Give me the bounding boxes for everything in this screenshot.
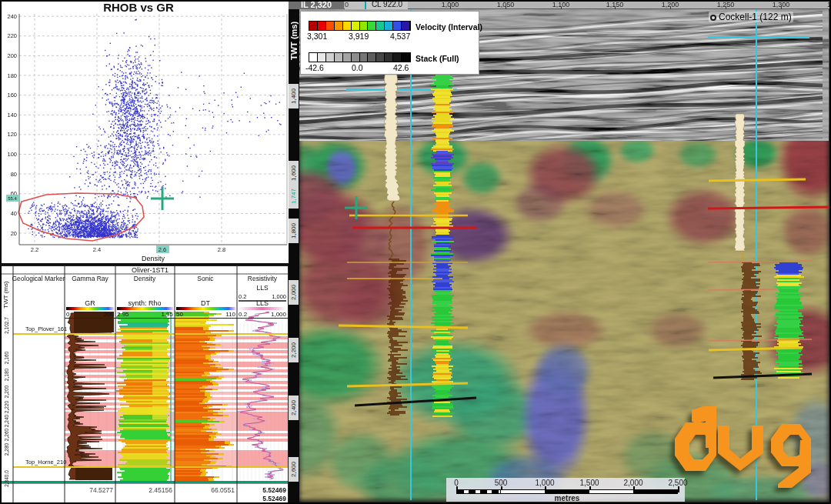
svg-text:66.0551: 66.0551 xyxy=(211,486,235,494)
svg-text:50: 50 xyxy=(176,311,183,318)
svg-text:2,240: 2,240 xyxy=(4,414,9,427)
svg-text:DT: DT xyxy=(201,299,210,307)
svg-text:GR: GR xyxy=(85,299,95,307)
svg-text:2.8: 2.8 xyxy=(218,246,225,253)
svg-text:0: 0 xyxy=(66,311,70,318)
svg-text:Oliver-1ST1: Oliver-1ST1 xyxy=(132,266,169,274)
svg-text:2.4: 2.4 xyxy=(93,246,101,253)
svg-text:synth: Rho: synth: Rho xyxy=(128,299,161,307)
svg-text:80: 80 xyxy=(11,171,17,178)
svg-text:Top_Plover_161: Top_Plover_161 xyxy=(25,325,67,332)
svg-text:180: 180 xyxy=(7,72,17,79)
svg-text:2,220: 2,220 xyxy=(4,400,9,413)
svg-text:Resistivity: Resistivity xyxy=(248,275,278,282)
svg-text:2,280: 2,280 xyxy=(4,442,9,456)
svg-text:0.2: 0.2 xyxy=(239,293,246,300)
svg-text:2,160: 2,160 xyxy=(4,351,9,364)
svg-text:2.45156: 2.45156 xyxy=(149,486,172,494)
svg-text:1,000: 1,000 xyxy=(272,293,286,300)
svg-text:0.2: 0.2 xyxy=(239,311,248,318)
svg-text:110: 110 xyxy=(225,311,235,318)
svg-text:LLS: LLS xyxy=(256,284,268,292)
svg-text:2,180: 2,180 xyxy=(4,368,9,381)
svg-text:Geological Marker: Geological Marker xyxy=(12,275,65,282)
svg-text:140: 140 xyxy=(7,112,17,118)
svg-text:Top_Horne_210: Top_Horne_210 xyxy=(25,459,66,466)
svg-text:Density: Density xyxy=(142,255,165,262)
svg-text:240: 240 xyxy=(7,13,17,20)
svg-text:55.4: 55.4 xyxy=(8,196,17,201)
svg-text:Gamma Ray: Gamma Ray xyxy=(72,275,108,282)
svg-text:160: 160 xyxy=(7,92,17,98)
svg-text:2,340.0: 2,340.0 xyxy=(4,470,9,487)
svg-text:220: 220 xyxy=(7,32,17,39)
svg-text:200: 200 xyxy=(7,52,17,59)
svg-text:100: 100 xyxy=(7,151,17,158)
svg-text:TWT (ms): TWT (ms) xyxy=(2,281,9,309)
svg-text:Density: Density xyxy=(134,275,156,282)
svg-text:5.52469: 5.52469 xyxy=(262,486,286,494)
svg-text:2.6: 2.6 xyxy=(159,246,166,253)
svg-text:120: 120 xyxy=(7,131,17,138)
svg-text:2.95: 2.95 xyxy=(117,311,129,318)
svg-text:Sonic: Sonic xyxy=(197,275,214,282)
svg-text:1,000: 1,000 xyxy=(271,311,287,318)
svg-text:2,200: 2,200 xyxy=(4,385,9,398)
svg-text:74.5277: 74.5277 xyxy=(89,486,113,494)
svg-text:5.52469: 5.52469 xyxy=(262,495,286,502)
svg-text:2,102.7: 2,102.7 xyxy=(4,317,9,334)
svg-text:RHOB vs GR: RHOB vs GR xyxy=(103,1,174,14)
svg-text:2.2: 2.2 xyxy=(31,246,38,253)
svg-text:200: 200 xyxy=(104,311,115,318)
svg-text:1.95: 1.95 xyxy=(161,311,173,318)
svg-text:20: 20 xyxy=(11,230,17,237)
svg-text:2,260: 2,260 xyxy=(4,428,9,441)
svg-text:40: 40 xyxy=(11,210,17,217)
